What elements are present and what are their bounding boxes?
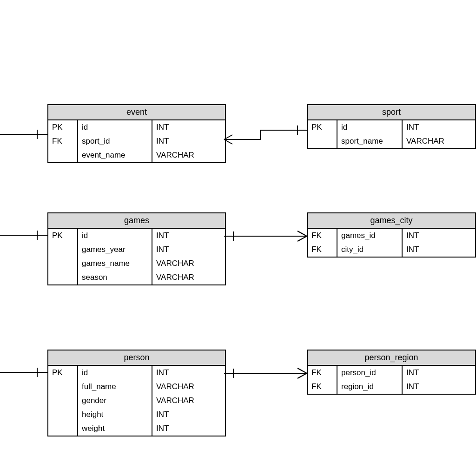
entity-title: sport — [308, 105, 475, 120]
table-row: PK id INT — [48, 229, 225, 243]
table-row: PK id INT — [48, 120, 225, 134]
table-row: PK id INT — [48, 366, 225, 380]
entity-title: person — [48, 350, 225, 366]
table-row: full_name VARCHAR — [48, 380, 225, 394]
svg-line-12 — [298, 231, 307, 236]
table-row: gender VARCHAR — [48, 394, 225, 408]
table-row: event_name VARCHAR — [48, 148, 225, 162]
entity-title: games_city — [308, 213, 475, 229]
entity-title: person_region — [308, 350, 475, 366]
table-row: FK city_id INT — [308, 243, 475, 257]
entity-sport: sport PK id INT sport_name VARCHAR — [307, 104, 476, 149]
entity-person-region: person_region FK person_id INT FK region… — [307, 350, 476, 395]
svg-line-19 — [298, 373, 307, 378]
entity-title: games — [48, 213, 225, 229]
table-row: FK sport_id INT — [48, 134, 225, 148]
er-diagram: event PK id INT FK sport_id INT event_na… — [0, 0, 476, 476]
entity-event: event PK id INT FK sport_id INT event_na… — [47, 104, 226, 163]
table-row: weight INT — [48, 422, 225, 436]
entity-games: games PK id INT games_year INT games_nam… — [47, 212, 226, 285]
entity-person: person PK id INT full_name VARCHAR gende… — [47, 350, 226, 436]
entity-games-city: games_city FK games_id INT FK city_id IN… — [307, 212, 476, 258]
table-row: season VARCHAR — [48, 271, 225, 284]
table-row: PK id INT — [308, 120, 475, 134]
entity-title: event — [48, 105, 225, 120]
svg-line-14 — [298, 236, 307, 241]
table-row: FK games_id INT — [308, 229, 475, 243]
table-row: FK person_id INT — [308, 366, 475, 380]
table-row: FK region_id INT — [308, 380, 475, 394]
table-row: games_name VARCHAR — [48, 257, 225, 271]
table-row: height INT — [48, 408, 225, 422]
table-row: games_year INT — [48, 243, 225, 257]
table-row: sport_name VARCHAR — [308, 134, 475, 148]
svg-line-17 — [298, 368, 307, 373]
